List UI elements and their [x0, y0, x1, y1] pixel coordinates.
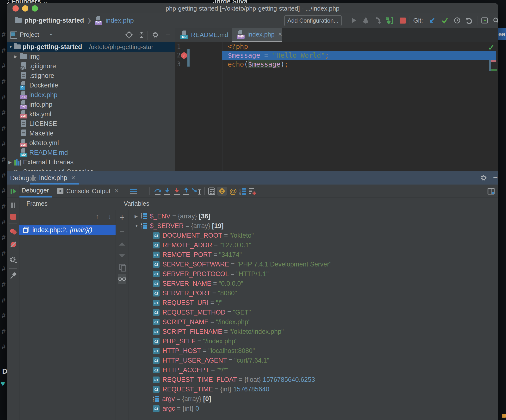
- variable-row-SCRIPT-FILENAME[interactable]: 01SCRIPT_FILENAME = "/okteto/index.php": [134, 327, 498, 336]
- variable-row-argv[interactable]: 123argv = {array} [0]: [134, 394, 498, 404]
- show-array-indices-icon[interactable]: 123: [238, 187, 247, 196]
- tree-item-license[interactable]: LICENSE: [7, 119, 175, 128]
- code-editor[interactable]: 1<?php2✓$message = "Hello World";3echo($…: [175, 42, 498, 171]
- variable-row-REQUEST-URI[interactable]: 01REQUEST_URI = "/": [134, 298, 498, 307]
- variable-row-SERVER-PORT[interactable]: 01SERVER_PORT = "8080": [134, 288, 498, 298]
- stop-button[interactable]: [399, 16, 407, 25]
- close-icon[interactable]: ✕: [114, 188, 119, 194]
- rollback-button[interactable]: [465, 16, 473, 25]
- add-to-watches-icon[interactable]: [248, 187, 257, 196]
- show-execution-point-icon[interactable]: [129, 187, 138, 196]
- expand-arrow-icon[interactable]: ▶: [14, 54, 17, 59]
- debug-button[interactable]: [362, 16, 370, 25]
- hide-panel-icon[interactable]: −: [493, 173, 498, 182]
- breakpoint-icon[interactable]: ✓: [181, 52, 187, 59]
- variable-row-REQUEST-METHOD[interactable]: 01REQUEST_METHOD = "GET": [134, 307, 498, 317]
- editor-scrollbar[interactable]: [489, 60, 491, 71]
- move-watch-down-icon[interactable]: [118, 252, 126, 260]
- evaluate-expression-icon[interactable]: [207, 187, 216, 196]
- variable-row-PHP-SELF[interactable]: 01PHP_SELF = "/index.php": [134, 336, 498, 346]
- pause-button[interactable]: [9, 201, 18, 210]
- tree-item--gitignore[interactable]: .gitignore: [7, 61, 175, 71]
- duplicate-watch-icon[interactable]: [118, 263, 126, 271]
- move-watch-up-icon[interactable]: [118, 240, 126, 248]
- breadcrumb-file[interactable]: index.php: [106, 17, 134, 24]
- code-line-2[interactable]: 2✓$message = "Hello World";: [175, 51, 498, 60]
- gear-icon[interactable]: [480, 174, 487, 181]
- variable-row-SERVER-PROTOCOL[interactable]: 01SERVER_PROTOCOL = "HTTP/1.1": [134, 269, 498, 279]
- breadcrumb-project[interactable]: php-getting-started: [25, 17, 84, 24]
- collapse-arrow-icon[interactable]: ▼: [134, 223, 141, 228]
- git-update-button[interactable]: [428, 16, 436, 25]
- inspections-ok-icon[interactable]: ✓: [488, 43, 494, 52]
- variable-row-HTTP-HOST[interactable]: 01HTTP_HOST = "localhost:8080": [134, 346, 498, 356]
- resume-button[interactable]: [9, 187, 18, 196]
- new-watch-icon[interactable]: +: [118, 213, 126, 222]
- debug-session-tab[interactable]: index.php ✕: [30, 171, 79, 185]
- stack-frame-row[interactable]: index.php:2, {main}(): [19, 225, 116, 235]
- variable-row-REMOTE-ADDR[interactable]: 01REMOTE_ADDR = "127.0.0.1": [134, 240, 498, 250]
- run-anything-icon[interactable]: [480, 16, 489, 25]
- pin-tab-icon[interactable]: [9, 272, 18, 280]
- step-over-icon[interactable]: [153, 187, 162, 196]
- listen-debug-connections-icon[interactable]: [385, 16, 393, 25]
- variable-row-HTTP-ACCEPT[interactable]: 01HTTP_ACCEPT = "*/*": [134, 365, 498, 375]
- add-configuration-button[interactable]: Add Configuration...: [284, 15, 342, 26]
- variable-row-REMOTE-PORT[interactable]: 01REMOTE_PORT = "34174": [134, 250, 498, 260]
- code-line-3[interactable]: 3echo($message);: [175, 60, 498, 69]
- tab-debugger[interactable]: Debugger: [19, 185, 52, 198]
- history-button[interactable]: [453, 16, 461, 25]
- tab-output[interactable]: Output ✕: [92, 185, 119, 198]
- variables-header: Variables: [124, 200, 149, 207]
- tab-index-php[interactable]: PHP index.php ✕: [232, 28, 282, 42]
- variable-row-HTTP-USER-AGENT[interactable]: 01HTTP_USER_AGENT = "curl/7.64.1": [134, 356, 498, 365]
- expand-arrow-icon[interactable]: ▶: [8, 160, 12, 165]
- tab-console[interactable]: > Console: [57, 185, 89, 198]
- variable-row--ENV[interactable]: ▶123$_ENV = {array} [36]: [134, 211, 498, 221]
- attach-to-process-icon[interactable]: [374, 16, 382, 25]
- debugger-settings-gear-icon[interactable]: [9, 256, 18, 264]
- variable-row-SERVER-SOFTWARE[interactable]: 01SERVER_SOFTWARE = "PHP 7.4.1 Developme…: [134, 260, 498, 269]
- variable-row-REQUEST-TIME[interactable]: 01REQUEST_TIME = {int} 1576785640: [134, 384, 498, 394]
- variable-row-REQUEST-TIME-FLOAT[interactable]: 01REQUEST_TIME_FLOAT = {float} 157678564…: [134, 375, 498, 384]
- step-into-icon[interactable]: [163, 187, 172, 196]
- variable-row-argc[interactable]: 01argc = {int} 0: [134, 404, 498, 413]
- tree-item-index-php[interactable]: PHPindex.php: [7, 90, 175, 100]
- tree-item-scratches-and-consoles[interactable]: ≫Scratches and Consoles: [7, 167, 175, 171]
- tree-item-readme-md[interactable]: MDREADME.md: [7, 148, 175, 157]
- tree-item-img[interactable]: ▶img: [7, 52, 175, 61]
- tree-item--stignore[interactable]: .stignore: [7, 71, 175, 80]
- tree-item-external-libraries[interactable]: ▶External Libraries: [7, 157, 175, 167]
- run-button[interactable]: [350, 16, 358, 25]
- previous-frame-icon[interactable]: ↑: [96, 213, 99, 220]
- error-stripe-mark[interactable]: [491, 69, 497, 71]
- expand-arrow-icon[interactable]: ▶: [134, 214, 141, 219]
- search-everywhere-icon[interactable]: [492, 16, 498, 25]
- stop-button[interactable]: [9, 212, 18, 221]
- tree-item-info-php[interactable]: PHPinfo.php: [7, 100, 175, 109]
- tab-readme[interactable]: MD README.md ✕: [175, 28, 237, 42]
- mute-breakpoints-icon[interactable]: [9, 240, 18, 249]
- step-out-icon[interactable]: [182, 187, 191, 196]
- show-constants-toggle[interactable]: C: [217, 187, 227, 196]
- next-frame-icon[interactable]: ↓: [108, 213, 112, 220]
- error-stripe-mark[interactable]: [491, 60, 496, 62]
- close-icon[interactable]: ✕: [71, 175, 75, 181]
- tree-item-k8s-yml[interactable]: YMLk8s.yml: [7, 109, 175, 119]
- run-to-cursor-icon[interactable]: [191, 187, 203, 196]
- view-breakpoints-icon[interactable]: [9, 227, 18, 236]
- variable-row-SERVER-NAME[interactable]: 01SERVER_NAME = "0.0.0.0": [134, 279, 498, 288]
- tree-item-okteto-yml[interactable]: YMLokteto.yml: [7, 138, 175, 148]
- tree-item-dockerfile[interactable]: DDockerfile: [7, 80, 175, 90]
- show-references-toggle[interactable]: @: [229, 187, 237, 196]
- show-watches-toggle[interactable]: [118, 274, 126, 284]
- force-step-into-icon[interactable]: [173, 187, 181, 196]
- layout-settings-icon[interactable]: [487, 187, 495, 196]
- variable-row-DOCUMENT-ROOT[interactable]: 01DOCUMENT_ROOT = "/okteto": [134, 231, 498, 240]
- remove-watch-icon[interactable]: −: [118, 227, 126, 236]
- variable-row-SCRIPT-NAME[interactable]: 01SCRIPT_NAME = "/index.php": [134, 317, 498, 327]
- tree-item-makefile[interactable]: Makefile: [7, 128, 175, 138]
- git-commit-button[interactable]: [441, 16, 449, 25]
- code-line-1[interactable]: 1<?php: [175, 42, 498, 51]
- variable-row--SERVER[interactable]: ▼123$_SERVER = {array} [19]: [134, 221, 498, 231]
